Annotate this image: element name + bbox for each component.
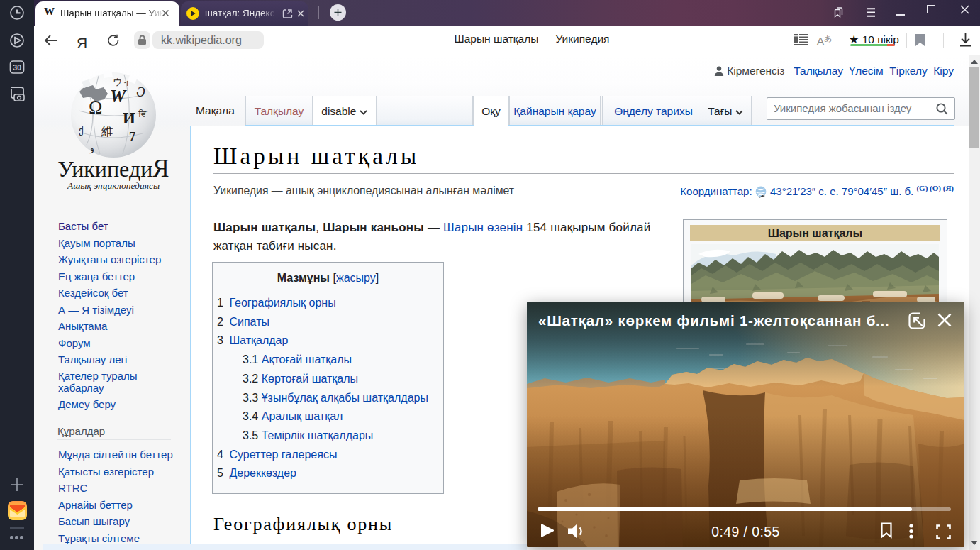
svg-text:7: 7 xyxy=(129,130,135,144)
svg-text:И: И xyxy=(123,109,135,127)
svg-text:維: 維 xyxy=(101,125,113,138)
svg-text:W: W xyxy=(110,87,127,106)
svg-text:ਵਿ: ਵਿ xyxy=(138,109,147,119)
svg-text:ქ: ქ xyxy=(79,125,84,136)
svg-text:30: 30 xyxy=(13,63,21,72)
svg-text:Ә: Ә xyxy=(136,85,145,99)
svg-text:و: و xyxy=(89,143,94,154)
